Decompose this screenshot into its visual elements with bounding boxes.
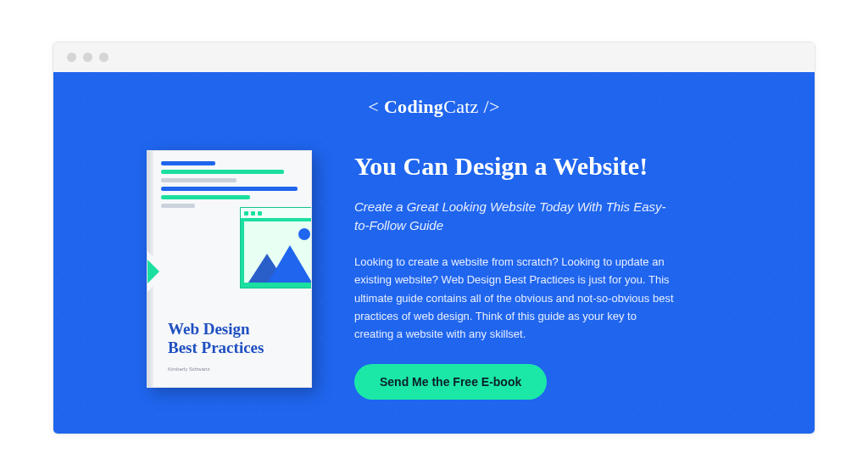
- browser-title-bar: [53, 42, 815, 72]
- hero-section: Web Design Best Practices Kimberly Schwa…: [96, 150, 772, 400]
- code-bar-icon: [161, 187, 298, 191]
- page-subhead: Create a Great Looking Website Today Wit…: [354, 198, 676, 236]
- brand-suffix: />: [484, 96, 500, 117]
- chevron-icon: [147, 253, 159, 290]
- sun-icon: [298, 228, 310, 240]
- brand-name-light: Catz: [443, 96, 479, 117]
- send-ebook-button[interactable]: Send Me the Free E-book: [354, 364, 547, 400]
- window-close-dot[interactable]: [67, 53, 76, 62]
- browser-frame: < CodingCatz />: [53, 42, 815, 434]
- code-bar-icon: [161, 195, 250, 199]
- mountain-icon: [268, 245, 312, 283]
- code-bar-icon: [161, 204, 195, 208]
- brand-name-bold: Coding: [384, 96, 443, 117]
- page-body: Looking to create a website from scratch…: [354, 253, 676, 344]
- code-bar-icon: [161, 170, 284, 174]
- mountain-image-icon: [244, 221, 312, 283]
- browser-window-illustration: [240, 207, 312, 288]
- ebook-title-line: Web Design: [168, 320, 250, 338]
- ebook-author: Kimberly Schwartz: [168, 367, 210, 372]
- brand-logo: < CodingCatz />: [96, 96, 772, 118]
- ebook-title: Web Design Best Practices: [168, 320, 264, 359]
- code-bar-icon: [161, 161, 215, 165]
- code-bars-illustration: [161, 161, 298, 208]
- window-minimize-dot[interactable]: [83, 53, 92, 62]
- ebook-cover-wrap: Web Design Best Practices Kimberly Schwa…: [147, 150, 312, 388]
- ebook-cover: Web Design Best Practices Kimberly Schwa…: [147, 150, 312, 388]
- mini-titlebar-icon: [241, 208, 312, 218]
- window-maximize-dot[interactable]: [99, 53, 108, 62]
- ebook-title-line: Best Practices: [168, 339, 264, 356]
- landing-page: < CodingCatz />: [53, 72, 815, 434]
- hero-copy: You Can Design a Website! Create a Great…: [354, 150, 676, 400]
- page-headline: You Can Design a Website!: [354, 150, 676, 182]
- brand-prefix: <: [368, 96, 379, 117]
- code-bar-icon: [161, 178, 236, 182]
